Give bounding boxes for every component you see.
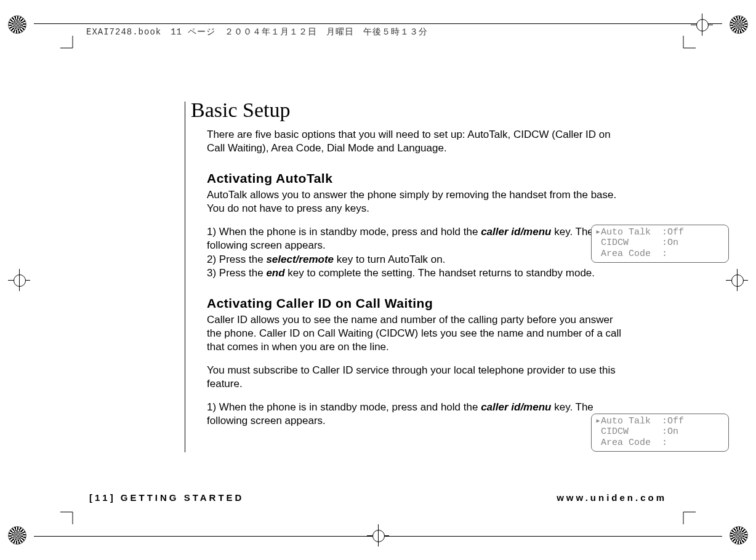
key-label: caller id/menu	[481, 401, 551, 413]
registration-mark-icon	[730, 15, 748, 34]
footer-left: [11] GETTING STARTED	[89, 492, 244, 503]
cidcw-paragraph-2: You must subscribe to Caller ID service …	[207, 364, 622, 391]
corner-mark-icon	[671, 500, 696, 524]
lcd-screen-autotalk: ▸Auto Talk :Off CIDCW :On Area Code :	[591, 225, 729, 263]
corner-mark-icon	[60, 500, 85, 524]
key-label: select/remote	[266, 254, 334, 265]
page-content: Basic Setup There are five basic options…	[191, 98, 622, 428]
footer-right: www.uniden.com	[557, 492, 667, 503]
section-heading-autotalk: Activating AutoTalk	[207, 171, 622, 186]
crosshair-icon	[726, 269, 748, 291]
page-footer: [11] GETTING STARTED www.uniden.com	[89, 492, 667, 503]
crosshair-icon	[8, 269, 30, 291]
key-label: end	[266, 267, 284, 279]
registration-mark-icon	[730, 526, 748, 545]
autotalk-step-1: 1) When the phone is in standby mode, pr…	[207, 225, 622, 252]
lcd-screen-cidcw: ▸Auto Talk :Off CIDCW :On Area Code :	[591, 414, 729, 452]
crosshair-icon	[367, 524, 389, 546]
autotalk-step-3: 3) Press the end key to complete the set…	[207, 266, 622, 280]
corner-mark-icon	[671, 36, 696, 60]
source-file-meta: EXAI7248.book 11 ページ ２００４年１月１２日 月曜日 午後５時…	[86, 26, 428, 38]
intro-paragraph: There are five basic options that you wi…	[207, 128, 622, 155]
key-label: caller id/menu	[481, 226, 551, 238]
page-title: Basic Setup	[191, 98, 622, 122]
section-heading-cidcw: Activating Caller ID on Call Waiting	[207, 296, 622, 311]
cidcw-paragraph-1: Caller ID allows you to see the name and…	[207, 313, 622, 354]
autotalk-step-2: 2) Press the select/remote key to turn A…	[207, 253, 622, 266]
crosshair-icon	[691, 14, 713, 36]
corner-mark-icon	[60, 36, 85, 60]
autotalk-paragraph: AutoTalk allows you to answer the phone …	[207, 188, 622, 215]
registration-mark-icon	[8, 15, 26, 34]
content-left-rule	[185, 102, 185, 452]
registration-mark-icon	[8, 526, 26, 545]
cidcw-step-1: 1) When the phone is in standby mode, pr…	[207, 401, 622, 428]
crop-line	[34, 23, 722, 24]
